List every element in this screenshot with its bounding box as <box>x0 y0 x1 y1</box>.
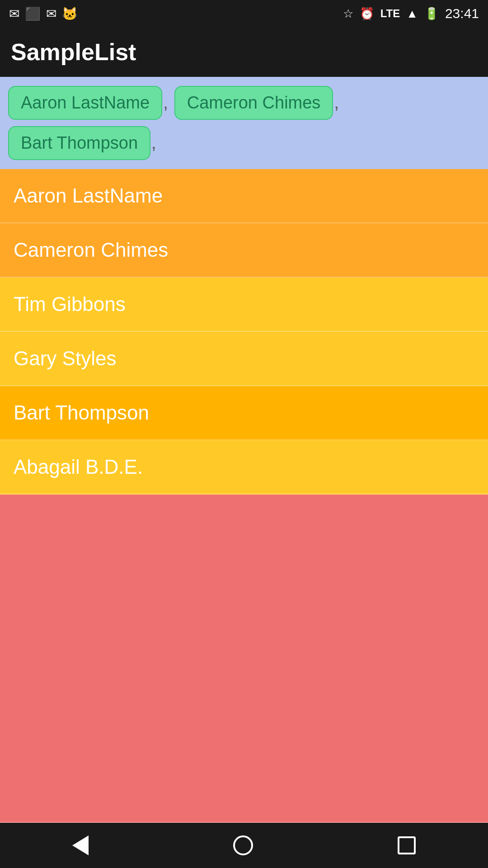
app-bar: SampleList <box>0 27 488 77</box>
mail-icon-1: ✉ <box>9 6 19 21</box>
recents-button[interactable] <box>398 836 416 854</box>
star-icon: ☆ <box>343 7 353 21</box>
bottom-nav <box>0 823 488 868</box>
list-item-text-1: Cameron Chimes <box>14 239 168 261</box>
list-item-0[interactable]: Aaron LastName <box>0 169 488 223</box>
list-container: Aaron LastName Cameron Chimes Tim Gibbon… <box>0 169 488 823</box>
cat-icon: 🐱 <box>62 6 78 21</box>
list-item-2[interactable]: Tim Gibbons <box>0 278 488 332</box>
list-item-red-section <box>0 495 488 823</box>
app-title: SampleList <box>11 38 136 66</box>
tag-wrapper-bart: Bart Thompson , <box>8 126 156 160</box>
recents-icon <box>398 836 416 854</box>
status-icons-left: ✉ ⬛ ✉ 🐱 <box>9 6 78 21</box>
tag-aaron-label: Aaron LastName <box>21 93 150 113</box>
comma-3: , <box>151 133 156 153</box>
list-item-text-4: Bart Thompson <box>14 401 149 424</box>
mail-icon-2: ✉ <box>46 6 56 21</box>
tag-wrapper-aaron: Aaron LastName , <box>8 86 168 120</box>
status-bar: ✉ ⬛ ✉ 🐱 ☆ ⏰ LTE ▲ 🔋 23:41 <box>0 0 488 27</box>
list-item-3[interactable]: Gary Styles <box>0 332 488 386</box>
home-icon <box>233 835 253 855</box>
alarm-icon: ⏰ <box>360 7 374 21</box>
image-icon: ⬛ <box>25 6 41 21</box>
tag-bart[interactable]: Bart Thompson <box>8 126 150 160</box>
signal-icon: ▲ <box>406 7 418 21</box>
list-item-text-2: Tim Gibbons <box>14 293 126 316</box>
home-button[interactable] <box>233 835 253 855</box>
status-icons-right: ☆ ⏰ LTE ▲ 🔋 23:41 <box>343 6 479 21</box>
list-item-5[interactable]: Abagail B.D.E. <box>0 440 488 495</box>
tag-cameron-label: Cameron Chimes <box>187 93 321 113</box>
tags-row-2: Bart Thompson , <box>8 126 156 160</box>
back-icon <box>72 835 89 855</box>
lte-label: LTE <box>380 7 400 20</box>
list-item-text-3: Gary Styles <box>14 347 116 370</box>
status-time: 23:41 <box>445 6 479 21</box>
comma-1: , <box>163 93 168 113</box>
tag-bart-label: Bart Thompson <box>21 133 138 153</box>
tags-row: Aaron LastName , Cameron Chimes , <box>8 86 339 120</box>
battery-icon: 🔋 <box>424 7 439 21</box>
list-item-text-5: Abagail B.D.E. <box>14 456 143 478</box>
comma-2: , <box>334 93 339 113</box>
tag-cameron[interactable]: Cameron Chimes <box>174 86 333 120</box>
list-item-text-0: Aaron LastName <box>14 184 163 207</box>
list-item-4[interactable]: Bart Thompson <box>0 386 488 440</box>
back-button[interactable] <box>72 835 89 855</box>
tags-area: Aaron LastName , Cameron Chimes , Bart T… <box>0 77 488 169</box>
tag-aaron[interactable]: Aaron LastName <box>8 86 162 120</box>
list-item-1[interactable]: Cameron Chimes <box>0 223 488 278</box>
tag-wrapper-cameron: Cameron Chimes , <box>174 86 339 120</box>
